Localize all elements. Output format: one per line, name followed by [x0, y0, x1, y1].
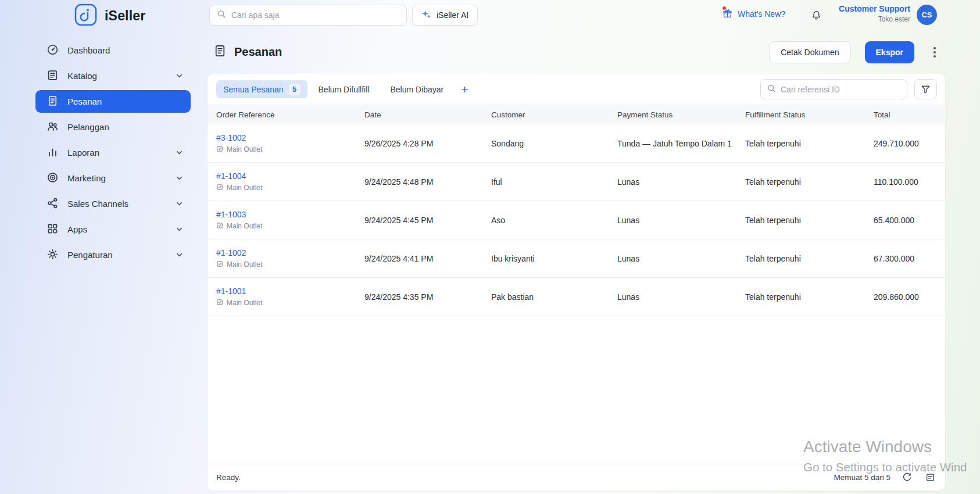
reference-search-input[interactable] [781, 85, 901, 94]
gift-icon [723, 9, 732, 19]
tab-label: Belum Difullfill [319, 85, 370, 94]
column-header-fulfillment-status[interactable]: Fulfillment Status [745, 110, 874, 119]
sparkle-icon [421, 9, 431, 21]
sidebar-item-pelanggan[interactable]: Pelanggan [35, 116, 191, 138]
sidebar-item-label: Pesanan [67, 96, 184, 106]
iseller-ai-button[interactable]: iSeller AI [412, 5, 478, 26]
filter-button[interactable] [914, 79, 937, 99]
iseller-logo-icon [74, 3, 97, 28]
order-date: 9/24/2025 4:41 PM [364, 254, 491, 263]
order-customer: Iful [491, 177, 617, 187]
sidebar-item-pesanan[interactable]: Pesanan [35, 90, 191, 113]
order-customer: Pak bastian [491, 292, 617, 302]
column-header-total[interactable]: Total [874, 110, 945, 119]
orders-toolbar: Semua Pesanan 5 Belum Difullfill Belum D… [208, 74, 945, 105]
channels-icon [47, 197, 59, 211]
order-customer: Ibu krisyanti [491, 254, 617, 263]
brand-name: iSeller [105, 8, 145, 24]
table-row[interactable]: #1-1001 Main Outlet 9/24/2025 4:35 PM Pa… [208, 278, 945, 316]
global-search[interactable] [209, 5, 407, 26]
outlet-label: Main Outlet [216, 299, 359, 307]
tab-label: Belum Dibayar [390, 85, 443, 94]
reference-search[interactable] [760, 79, 907, 99]
order-ref-link[interactable]: #1-1004 [216, 171, 359, 181]
outlet-icon [216, 260, 223, 269]
order-date: 9/24/2025 4:35 PM [364, 292, 491, 302]
page-title: Pesanan [234, 45, 282, 59]
order-total: 67.300.000 [874, 254, 945, 263]
reports-icon [47, 146, 59, 160]
table-row[interactable]: #1-1002 Main Outlet 9/24/2025 4:41 PM Ib… [208, 239, 945, 278]
outlet-icon [216, 145, 223, 154]
table-row[interactable]: #1-1003 Main Outlet 9/24/2025 4:45 PM As… [208, 201, 945, 239]
order-fulfillment-status: Telah terpenuhi [745, 254, 874, 263]
outlet-name: Main Outlet [227, 184, 262, 192]
order-customer: Aso [491, 216, 617, 225]
sidebar-item-label: Dashboard [67, 45, 184, 55]
sidebar-item-pengaturan[interactable]: Pengaturan [35, 244, 191, 266]
sidebar-item-label: Pelanggan [67, 122, 184, 132]
outlet-name: Main Outlet [227, 222, 262, 230]
refresh-icon[interactable] [900, 471, 914, 485]
chevron-down-icon [175, 148, 184, 157]
feedback-icon[interactable] [923, 471, 937, 485]
column-header-date[interactable]: Date [364, 110, 491, 119]
customer-support-link[interactable]: Customer Support [839, 4, 910, 13]
table-row[interactable]: #1-1004 Main Outlet 9/24/2025 4:48 PM If… [208, 163, 945, 201]
more-options-icon[interactable] [928, 41, 942, 63]
print-documents-button[interactable]: Cetak Dokumen [769, 41, 850, 63]
main-content: Pesanan Cetak Dokumen Ekspor Semua Pesan… [208, 30, 980, 494]
outlet-label: Main Outlet [216, 260, 359, 269]
order-date: 9/26/2025 4:28 PM [364, 139, 491, 148]
search-icon [767, 84, 776, 95]
bell-icon[interactable] [809, 8, 823, 22]
order-payment-status: Lunas [617, 254, 745, 263]
orders-icon [47, 95, 59, 109]
column-header-payment-status[interactable]: Payment Status [617, 110, 745, 119]
sidebar-item-dashboard[interactable]: Dashboard [35, 39, 191, 62]
avatar[interactable]: CS [917, 5, 937, 25]
order-total: 65.400.000 [874, 216, 945, 225]
table-row[interactable]: #3-1002 Main Outlet 9/26/2025 4:28 PM So… [208, 124, 945, 163]
column-header-customer[interactable]: Customer [491, 110, 617, 119]
sidebar-item-label: Apps [67, 224, 166, 234]
order-total: 249.710.000 [874, 139, 945, 148]
chevron-down-icon [175, 250, 184, 259]
outlet-label: Main Outlet [216, 184, 359, 192]
tab-belum-dibayar[interactable]: Belum Dibayar [380, 80, 453, 98]
chevron-down-icon [175, 199, 184, 208]
order-ref-link[interactable]: #1-1001 [216, 287, 359, 296]
sidebar-item-label: Laporan [67, 148, 166, 157]
order-ref-link[interactable]: #1-1002 [216, 248, 359, 257]
whats-new-link[interactable]: What's New? [723, 9, 785, 19]
iseller-ai-label: iSeller AI [437, 10, 468, 20]
sidebar-item-apps[interactable]: Apps [35, 218, 191, 241]
outlet-name: Main Outlet [227, 145, 262, 153]
status-bar: Ready. Memuat 5 dari 5 [208, 464, 945, 491]
sidebar-item-label: Pengaturan [67, 250, 166, 260]
outlet-icon [216, 184, 223, 192]
whats-new-label: What's New? [738, 9, 785, 19]
outlet-name: Main Outlet [227, 260, 262, 269]
column-header-order-reference[interactable]: Order Reference [216, 110, 364, 119]
order-ref-link[interactable]: #1-1003 [216, 210, 359, 219]
catalog-icon [47, 69, 59, 83]
sidebar-item-sales-channels[interactable]: Sales Channels [35, 192, 191, 215]
order-fulfillment-status: Telah terpenuhi [745, 292, 874, 302]
sidebar-item-laporan[interactable]: Laporan [35, 141, 191, 164]
order-date: 9/24/2025 4:45 PM [364, 216, 491, 225]
global-search-input[interactable] [231, 10, 399, 20]
order-fulfillment-status: Telah terpenuhi [745, 216, 874, 225]
tab-belum-difullfill[interactable]: Belum Difullfill [309, 80, 380, 98]
search-icon [217, 9, 226, 21]
account-block: Customer Support Toko ester [839, 4, 910, 23]
order-ref-link[interactable]: #3-1002 [216, 133, 359, 142]
brand: iSeller [74, 4, 145, 27]
outlet-label: Main Outlet [216, 145, 359, 154]
sidebar-item-marketing[interactable]: Marketing [35, 167, 191, 189]
export-button[interactable]: Ekspor [865, 41, 914, 63]
chevron-down-icon [175, 71, 184, 80]
sidebar-item-katalog[interactable]: Katalog [35, 65, 191, 87]
tab-semua-pesanan[interactable]: Semua Pesanan 5 [216, 80, 307, 98]
add-tab-button[interactable]: + [455, 80, 474, 98]
